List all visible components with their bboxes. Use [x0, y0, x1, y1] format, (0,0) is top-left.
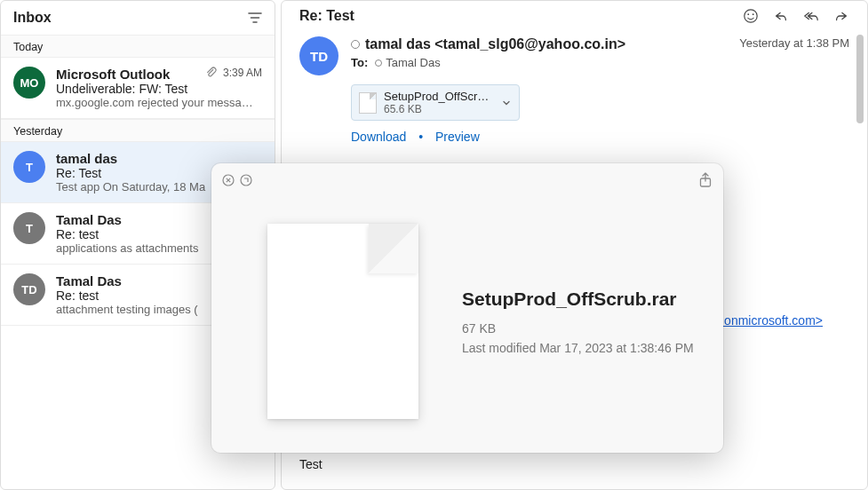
svg-point-0	[745, 10, 757, 22]
emoji-icon[interactable]	[743, 8, 759, 24]
group-yesterday: Yesterday	[1, 119, 275, 142]
message-subject: Re: Test	[299, 8, 354, 24]
chevron-down-icon[interactable]	[501, 98, 512, 108]
avatar: MO	[13, 67, 45, 99]
sender: Microsoft Outlook	[56, 67, 170, 82]
scrollbar[interactable]	[855, 8, 864, 482]
message-item[interactable]: MO Microsoft Outlook 3:39 AM Undeliverab…	[1, 58, 275, 119]
message-timestamp: Yesterday at 1:38 PM	[739, 36, 849, 75]
forward-icon[interactable]	[833, 8, 849, 24]
share-icon[interactable]	[698, 172, 713, 188]
avatar: T	[13, 151, 45, 183]
filter-icon[interactable]	[248, 11, 262, 25]
svg-point-1	[747, 13, 749, 15]
time: 3:39 AM	[223, 67, 262, 79]
svg-point-2	[753, 13, 754, 15]
attachment-size: 65.6 KB	[384, 103, 494, 115]
sender: tamal das	[56, 151, 117, 166]
group-today: Today	[1, 35, 275, 58]
to-label: To:	[351, 56, 368, 69]
subject: Undeliverable: FW: Test	[56, 82, 262, 96]
presence-icon	[375, 59, 382, 67]
quicklook-filename: SetupProd_OffScrub.rar	[462, 288, 707, 310]
scrollbar-thumb[interactable]	[856, 35, 864, 123]
separator-dot: •	[418, 130, 423, 144]
reply-icon[interactable]	[773, 8, 789, 24]
preview: mx.google.com rejected your messa…	[56, 96, 262, 109]
preview-link[interactable]: Preview	[435, 130, 480, 144]
fullscreen-icon[interactable]	[240, 174, 252, 186]
download-link[interactable]: Download	[351, 130, 406, 144]
from: tamal das <tamal_slg06@yahoo.co.in>	[365, 36, 625, 52]
reply-all-icon[interactable]	[803, 8, 819, 24]
attachment-name: SetupProd_OffScrub…	[384, 90, 494, 103]
quicklook-size: 67 KB	[462, 319, 707, 338]
avatar: TD	[299, 36, 338, 75]
quicklook-modified: Last modified Mar 17, 2023 at 1:38:46 PM	[462, 338, 707, 358]
quicklook-window: SetupProd_OffScrub.rar 67 KB Last modifi…	[211, 163, 723, 453]
avatar: T	[13, 212, 45, 244]
file-icon	[359, 92, 377, 114]
presence-icon	[351, 40, 360, 49]
quoted-link-fragment[interactable]: .onmicrosoft.com>	[721, 313, 823, 328]
close-icon[interactable]	[222, 174, 235, 186]
sender: Tamal Das	[56, 212, 122, 227]
attachment-icon	[205, 67, 218, 79]
sender: Tamal Das	[56, 273, 122, 288]
avatar: TD	[13, 273, 45, 305]
file-icon	[267, 224, 418, 419]
svg-point-4	[241, 175, 251, 186]
attachment-chip[interactable]: SetupProd_OffScrub… 65.6 KB	[351, 84, 520, 121]
to-value: Tamal Das	[386, 56, 440, 69]
folder-title: Inbox	[13, 10, 52, 26]
